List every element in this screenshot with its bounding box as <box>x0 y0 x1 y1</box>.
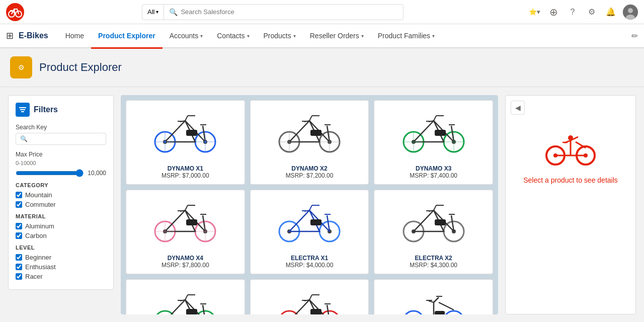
beginner-checkbox[interactable] <box>16 254 22 261</box>
product-img-3 <box>379 106 488 161</box>
product-name-1: DYNAMO X1 <box>168 165 203 172</box>
product-card-6[interactable]: ELECTRA X2 MSRP: $4,300.00 <box>374 190 493 274</box>
svg-rect-95 <box>310 219 321 225</box>
navbar: ⊞ E-Bikes Home Product Explorer Accounts… <box>0 24 644 48</box>
nav-grid-icon[interactable]: ⊞ <box>6 30 14 41</box>
topbar-icons: ⭐▾ ⊕ ? ⚙ 🔔 <box>527 5 638 20</box>
product-img-1 <box>131 106 239 161</box>
carbon-checkbox[interactable] <box>16 232 22 239</box>
detail-logo-icon <box>545 133 596 168</box>
user-avatar[interactable] <box>623 5 638 20</box>
app-name[interactable]: E-Bikes <box>19 31 48 40</box>
aluminum-label: Aluminum <box>25 222 54 230</box>
product-price-3: MSRP: $7,400.00 <box>410 172 457 179</box>
filters-title: Filters <box>34 105 58 114</box>
product-card-8[interactable] <box>250 279 369 314</box>
product-card-5[interactable]: ELECTRA X1 MSRP: $4,000.00 <box>250 190 369 274</box>
svg-rect-25 <box>186 130 197 136</box>
svg-line-117 <box>203 305 205 314</box>
commuter-checkbox[interactable] <box>16 201 22 208</box>
filter-aluminum: Aluminum <box>16 222 106 230</box>
filter-commuter: Commuter <box>16 201 106 208</box>
settings-button[interactable]: ⚙ <box>585 5 599 19</box>
mountain-checkbox[interactable] <box>16 192 22 198</box>
product-card-1[interactable]: DYNAMO X1 MSRP: $7,000.00 <box>126 100 245 185</box>
nav-contacts-chevron-icon: ▾ <box>247 33 250 39</box>
svg-point-6 <box>628 8 633 13</box>
filter-racer: Racer <box>16 273 106 280</box>
svg-line-115 <box>185 295 188 300</box>
page-header: ⚙ Product Explorer <box>0 48 644 87</box>
nav-accounts-chevron-icon: ▾ <box>200 33 203 39</box>
nav-accounts[interactable]: Accounts ▾ <box>163 24 210 48</box>
enthusiast-checkbox[interactable] <box>16 264 22 270</box>
price-slider[interactable] <box>16 169 84 177</box>
svg-point-156 <box>568 135 573 140</box>
svg-point-30 <box>164 141 166 143</box>
topbar: All ▾ 🔍 ⭐▾ ⊕ ? ⚙ 🔔 <box>0 0 644 24</box>
collapse-icon: ◀ <box>515 104 521 112</box>
nav-products[interactable]: Products ▾ <box>257 24 303 48</box>
product-price-4: MSRP: $7,800.00 <box>162 262 209 269</box>
svg-rect-78 <box>186 219 197 225</box>
app-logo <box>6 3 24 21</box>
search-inner: 🔍 <box>164 8 403 16</box>
nav-reseller-chevron-icon: ▾ <box>361 33 364 39</box>
level-label: LEVEL <box>16 245 106 251</box>
category-label: CATEGORY <box>16 182 106 188</box>
all-dropdown[interactable]: All ▾ <box>142 5 164 20</box>
detail-collapse-button[interactable]: ◀ <box>511 101 525 115</box>
product-card-9[interactable] <box>374 279 493 314</box>
svg-line-130 <box>327 305 330 314</box>
svg-rect-10 <box>19 107 26 108</box>
search-bar: All ▾ 🔍 <box>142 4 404 20</box>
racer-checkbox[interactable] <box>16 273 22 280</box>
product-img-8 <box>256 285 364 314</box>
nav-edit-icon[interactable]: ✏ <box>631 31 638 41</box>
filter-search-input[interactable] <box>30 135 102 142</box>
favorites-button[interactable]: ⭐▾ <box>527 5 541 19</box>
add-button[interactable]: ⊕ <box>546 5 560 19</box>
search-input[interactable] <box>181 8 398 16</box>
help-button[interactable]: ? <box>566 5 580 19</box>
svg-text:⚙: ⚙ <box>18 63 25 71</box>
svg-line-72 <box>185 205 188 210</box>
notifications-button[interactable]: 🔔 <box>604 5 618 19</box>
aluminum-checkbox[interactable] <box>16 223 22 229</box>
all-label: All <box>147 8 154 16</box>
nav-home[interactable]: Home <box>58 24 91 48</box>
product-img-9 <box>379 285 488 314</box>
product-card-4[interactable]: DYNAMO X4 MSRP: $7,800.00 <box>126 190 245 274</box>
product-card-3[interactable]: DYNAMO X3 MSRP: $7,400.00 <box>374 100 493 185</box>
svg-line-144 <box>429 301 434 302</box>
product-name-4: DYNAMO X4 <box>168 255 203 262</box>
enthusiast-label: Enthusiast <box>25 263 56 271</box>
filter-mountain: Mountain <box>16 191 106 199</box>
svg-line-19 <box>185 116 188 121</box>
product-name-5: ELECTRA X1 <box>291 255 328 262</box>
main-area: Filters Search Key 🔍 Max Price 0-10000 1… <box>0 87 644 322</box>
filters-icon <box>16 103 30 117</box>
carbon-label: Carbon <box>25 232 47 239</box>
svg-rect-61 <box>435 130 446 136</box>
search-icon: 🔍 <box>169 8 178 16</box>
product-card-2[interactable]: DYNAMO X2 MSRP: $7,200.00 <box>250 100 369 185</box>
material-label: MATERIAL <box>16 213 106 219</box>
price-label: Max Price <box>16 151 106 158</box>
detail-select-text: Select a product to see details <box>523 176 618 184</box>
page-header-icon: ⚙ <box>10 56 32 78</box>
nav-contacts[interactable]: Contacts ▾ <box>210 24 256 48</box>
product-img-7 <box>131 285 239 314</box>
nav-product-families[interactable]: Product Families ▾ <box>371 24 442 48</box>
product-img-2 <box>256 106 364 161</box>
price-range: 0-10000 <box>16 160 106 166</box>
nav-reseller-orders[interactable]: Reseller Orders ▾ <box>303 24 371 48</box>
product-card-7[interactable] <box>126 279 245 314</box>
filter-search-box[interactable]: 🔍 <box>16 133 106 145</box>
svg-rect-108 <box>435 219 446 225</box>
beginner-label: Beginner <box>25 254 51 261</box>
filter-search-icon: 🔍 <box>20 135 28 142</box>
filters-panel: Filters Search Key 🔍 Max Price 0-10000 1… <box>8 95 114 290</box>
product-name-3: DYNAMO X3 <box>416 165 451 172</box>
nav-product-explorer[interactable]: Product Explorer <box>91 24 163 48</box>
